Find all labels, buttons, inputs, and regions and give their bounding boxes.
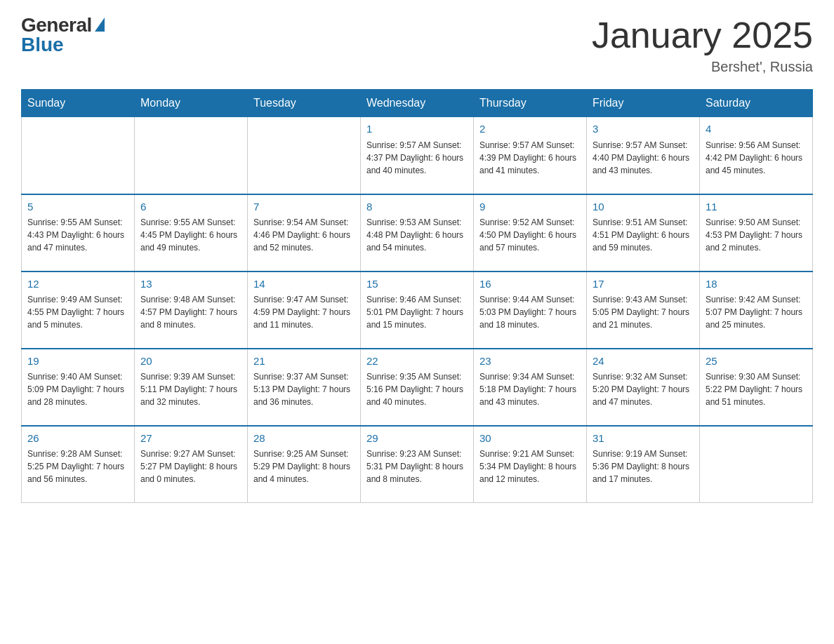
day-info: Sunrise: 9:39 AM Sunset: 5:11 PM Dayligh… <box>140 370 241 408</box>
calendar-cell: 16Sunrise: 9:44 AM Sunset: 5:03 PM Dayli… <box>474 271 587 349</box>
day-info: Sunrise: 9:42 AM Sunset: 5:07 PM Dayligh… <box>706 293 807 331</box>
header-day-monday: Monday <box>135 90 248 117</box>
day-number: 31 <box>593 431 694 447</box>
calendar-cell: 26Sunrise: 9:28 AM Sunset: 5:25 PM Dayli… <box>22 426 135 503</box>
day-info: Sunrise: 9:53 AM Sunset: 4:48 PM Dayligh… <box>366 216 468 254</box>
calendar-week-4: 19Sunrise: 9:40 AM Sunset: 5:09 PM Dayli… <box>22 349 813 426</box>
calendar-cell: 5Sunrise: 9:55 AM Sunset: 4:43 PM Daylig… <box>22 194 135 271</box>
day-number: 13 <box>140 276 241 293</box>
day-number: 17 <box>593 276 694 293</box>
calendar-cell: 13Sunrise: 9:48 AM Sunset: 4:57 PM Dayli… <box>135 271 248 349</box>
calendar-cell: 10Sunrise: 9:51 AM Sunset: 4:51 PM Dayli… <box>587 194 700 271</box>
month-title: January 2025 <box>592 14 813 56</box>
day-number: 21 <box>253 354 355 370</box>
day-number: 8 <box>366 199 468 215</box>
calendar-cell: 14Sunrise: 9:47 AM Sunset: 4:59 PM Dayli… <box>248 271 361 349</box>
calendar-cell: 24Sunrise: 9:32 AM Sunset: 5:20 PM Dayli… <box>587 349 700 426</box>
day-info: Sunrise: 9:37 AM Sunset: 5:13 PM Dayligh… <box>253 370 355 408</box>
day-info: Sunrise: 9:32 AM Sunset: 5:20 PM Dayligh… <box>593 370 694 408</box>
day-info: Sunrise: 9:48 AM Sunset: 4:57 PM Dayligh… <box>140 293 241 331</box>
calendar-body: 1Sunrise: 9:57 AM Sunset: 4:37 PM Daylig… <box>22 117 813 503</box>
header-day-wednesday: Wednesday <box>361 90 474 117</box>
day-info: Sunrise: 9:57 AM Sunset: 4:40 PM Dayligh… <box>593 139 694 177</box>
day-number: 23 <box>479 354 581 370</box>
header-day-thursday: Thursday <box>474 90 587 117</box>
day-number: 16 <box>479 276 581 293</box>
day-number: 26 <box>27 431 128 447</box>
logo: General Blue <box>21 14 105 56</box>
calendar-cell <box>135 117 248 194</box>
calendar-cell: 19Sunrise: 9:40 AM Sunset: 5:09 PM Dayli… <box>22 349 135 426</box>
day-info: Sunrise: 9:54 AM Sunset: 4:46 PM Dayligh… <box>253 216 355 254</box>
day-number: 18 <box>706 276 807 293</box>
day-number: 7 <box>253 199 355 215</box>
calendar-cell: 1Sunrise: 9:57 AM Sunset: 4:37 PM Daylig… <box>361 117 474 194</box>
day-number: 30 <box>479 431 581 447</box>
calendar-week-3: 12Sunrise: 9:49 AM Sunset: 4:55 PM Dayli… <box>22 271 813 349</box>
day-info: Sunrise: 9:43 AM Sunset: 5:05 PM Dayligh… <box>593 293 694 331</box>
calendar-cell: 3Sunrise: 9:57 AM Sunset: 4:40 PM Daylig… <box>587 117 700 194</box>
calendar-cell: 22Sunrise: 9:35 AM Sunset: 5:16 PM Dayli… <box>361 349 474 426</box>
calendar-cell: 29Sunrise: 9:23 AM Sunset: 5:31 PM Dayli… <box>361 426 474 503</box>
day-number: 1 <box>366 121 468 137</box>
calendar-cell: 30Sunrise: 9:21 AM Sunset: 5:34 PM Dayli… <box>474 426 587 503</box>
header-day-sunday: Sunday <box>22 90 135 117</box>
day-number: 11 <box>706 199 807 215</box>
calendar-header: SundayMondayTuesdayWednesdayThursdayFrid… <box>22 90 813 117</box>
day-number: 6 <box>140 199 241 215</box>
calendar-cell: 2Sunrise: 9:57 AM Sunset: 4:39 PM Daylig… <box>474 117 587 194</box>
calendar-cell <box>248 117 361 194</box>
day-info: Sunrise: 9:50 AM Sunset: 4:53 PM Dayligh… <box>706 216 807 254</box>
day-info: Sunrise: 9:30 AM Sunset: 5:22 PM Dayligh… <box>706 370 807 408</box>
day-number: 24 <box>593 354 694 370</box>
header-row: SundayMondayTuesdayWednesdayThursdayFrid… <box>22 90 813 117</box>
day-info: Sunrise: 9:44 AM Sunset: 5:03 PM Dayligh… <box>479 293 581 331</box>
day-number: 28 <box>253 431 355 447</box>
calendar-cell: 11Sunrise: 9:50 AM Sunset: 4:53 PM Dayli… <box>700 194 813 271</box>
location-subtitle: Bershet', Russia <box>592 59 813 75</box>
calendar-cell: 20Sunrise: 9:39 AM Sunset: 5:11 PM Dayli… <box>135 349 248 426</box>
day-info: Sunrise: 9:57 AM Sunset: 4:39 PM Dayligh… <box>479 139 581 177</box>
calendar-cell: 18Sunrise: 9:42 AM Sunset: 5:07 PM Dayli… <box>700 271 813 349</box>
calendar-cell: 6Sunrise: 9:55 AM Sunset: 4:45 PM Daylig… <box>135 194 248 271</box>
day-info: Sunrise: 9:56 AM Sunset: 4:42 PM Dayligh… <box>706 139 807 177</box>
calendar-cell: 21Sunrise: 9:37 AM Sunset: 5:13 PM Dayli… <box>248 349 361 426</box>
calendar-cell: 25Sunrise: 9:30 AM Sunset: 5:22 PM Dayli… <box>700 349 813 426</box>
calendar-cell: 28Sunrise: 9:25 AM Sunset: 5:29 PM Dayli… <box>248 426 361 503</box>
day-info: Sunrise: 9:19 AM Sunset: 5:36 PM Dayligh… <box>593 448 694 485</box>
calendar-cell <box>700 426 813 503</box>
day-info: Sunrise: 9:52 AM Sunset: 4:50 PM Dayligh… <box>479 216 581 254</box>
day-info: Sunrise: 9:23 AM Sunset: 5:31 PM Dayligh… <box>366 448 468 485</box>
calendar-cell: 27Sunrise: 9:27 AM Sunset: 5:27 PM Dayli… <box>135 426 248 503</box>
calendar-cell: 7Sunrise: 9:54 AM Sunset: 4:46 PM Daylig… <box>248 194 361 271</box>
calendar-week-2: 5Sunrise: 9:55 AM Sunset: 4:43 PM Daylig… <box>22 194 813 271</box>
calendar-table: SundayMondayTuesdayWednesdayThursdayFrid… <box>21 89 813 503</box>
calendar-week-5: 26Sunrise: 9:28 AM Sunset: 5:25 PM Dayli… <box>22 426 813 503</box>
logo-triangle-icon <box>95 18 105 32</box>
calendar-cell: 31Sunrise: 9:19 AM Sunset: 5:36 PM Dayli… <box>587 426 700 503</box>
day-number: 10 <box>593 199 694 215</box>
day-number: 22 <box>366 354 468 370</box>
calendar-cell: 23Sunrise: 9:34 AM Sunset: 5:18 PM Dayli… <box>474 349 587 426</box>
day-number: 20 <box>140 354 241 370</box>
calendar-cell <box>22 117 135 194</box>
header-day-tuesday: Tuesday <box>248 90 361 117</box>
day-number: 29 <box>366 431 468 447</box>
day-number: 25 <box>706 354 807 370</box>
day-number: 5 <box>27 199 128 215</box>
day-info: Sunrise: 9:35 AM Sunset: 5:16 PM Dayligh… <box>366 370 468 408</box>
day-number: 15 <box>366 276 468 293</box>
day-info: Sunrise: 9:27 AM Sunset: 5:27 PM Dayligh… <box>140 448 241 485</box>
day-info: Sunrise: 9:51 AM Sunset: 4:51 PM Dayligh… <box>593 216 694 254</box>
header-day-friday: Friday <box>587 90 700 117</box>
calendar-cell: 8Sunrise: 9:53 AM Sunset: 4:48 PM Daylig… <box>361 194 474 271</box>
day-number: 9 <box>479 199 581 215</box>
title-area: January 2025 Bershet', Russia <box>592 14 813 75</box>
day-number: 2 <box>479 121 581 137</box>
day-info: Sunrise: 9:49 AM Sunset: 4:55 PM Dayligh… <box>27 293 128 331</box>
day-info: Sunrise: 9:21 AM Sunset: 5:34 PM Dayligh… <box>479 448 581 485</box>
calendar-cell: 4Sunrise: 9:56 AM Sunset: 4:42 PM Daylig… <box>700 117 813 194</box>
day-info: Sunrise: 9:40 AM Sunset: 5:09 PM Dayligh… <box>27 370 128 408</box>
day-info: Sunrise: 9:25 AM Sunset: 5:29 PM Dayligh… <box>253 448 355 485</box>
calendar-cell: 9Sunrise: 9:52 AM Sunset: 4:50 PM Daylig… <box>474 194 587 271</box>
